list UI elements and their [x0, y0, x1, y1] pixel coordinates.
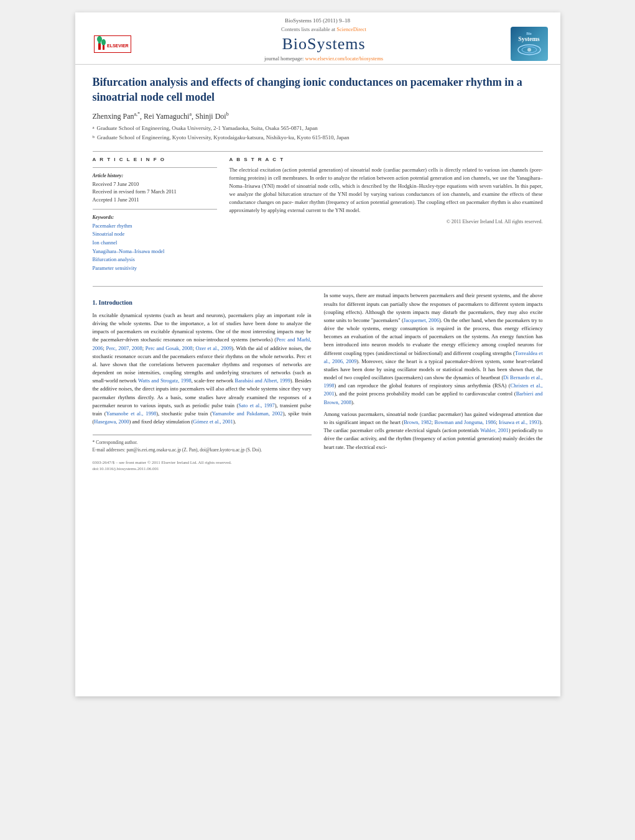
biosystems-logo: Bio Systems [511, 27, 548, 61]
elsevier-logo: ELSEVIER [88, 35, 137, 53]
abstract-title: A B S T R A C T [229, 157, 543, 162]
keyword-2: Sinoatrial node [93, 230, 217, 239]
ref-barabasi[interactable]: Barabási and Albert, 1999 [235, 377, 290, 384]
ref-sato[interactable]: Sato et al., 1997 [238, 402, 275, 408]
ref-gomez[interactable]: Gómez et al., 2001 [193, 418, 233, 425]
footnotes: * Corresponding author. E-mail addresses… [93, 435, 312, 453]
journal-homepage: journal homepage: www.elsevier.com/locat… [137, 55, 511, 62]
ref-perc-gosak[interactable]: Perc and Gosak, 2008 [146, 345, 193, 351]
abstract-col: A B S T R A C T The electrical excitatio… [229, 157, 543, 278]
ref-hasegawa[interactable]: Hasegawa, 2000 [94, 418, 129, 425]
body-col-right: In some ways, there are mutual impacts b… [324, 292, 543, 472]
biosystems-logo-main-text: Systems [518, 35, 539, 42]
abstract-text: The electrical excitation (action potent… [229, 166, 543, 215]
journal-header: BioSystems 105 (2011) 9–18 ELSEVIER [75, 12, 560, 65]
ref-perc-2007[interactable]: Perc, 2007, 2008 [106, 345, 142, 351]
divider-info [93, 167, 217, 168]
svg-point-5 [101, 39, 106, 45]
keyword-4: Yanagihara–Noma–Irisawa model [93, 247, 217, 256]
keyword-6: Parameter sensitivity [93, 264, 217, 273]
info-abstract-section: A R T I C L E I N F O Article history: R… [93, 157, 543, 278]
keywords-section: Keywords: Pacemaker rhythm Sinoatrial no… [93, 215, 217, 273]
body-col-left: 1. Introduction In excitable dynamical s… [93, 292, 312, 472]
issn-text: 0303-2647/$ – see front matter © 2011 El… [93, 459, 312, 466]
accepted-date: Accepted 1 June 2011 [93, 196, 217, 204]
received-date: Received 7 June 2010 [93, 180, 217, 188]
article-page: BioSystems 105 (2011) 9–18 ELSEVIER [75, 12, 560, 696]
intro-para-1: In excitable dynamical systems (such as … [93, 312, 312, 426]
revised-date: Received in revised form 7 March 2011 [93, 188, 217, 196]
divider-body [93, 286, 543, 287]
affiliations: a Graduate School of Engineering, Osaka … [93, 124, 543, 142]
intro-heading: 1. Introduction [93, 298, 312, 308]
authors: Zhenxing Pana,*, Rei Yamaguchia, Shinji … [93, 111, 543, 121]
journal-center: Contents lists available at ScienceDirec… [137, 26, 511, 62]
sciencedirect-link[interactable]: ScienceDirect [336, 26, 366, 32]
affiliation-a: a Graduate School of Engineering, Osaka … [93, 124, 543, 133]
article-history: Article history: Received 7 June 2010 Re… [93, 173, 217, 204]
homepage-link[interactable]: www.elsevier.com/locate/biosystems [305, 55, 384, 62]
ref-christen[interactable]: Christen et al., 2001 [324, 382, 543, 397]
copyright-text: © 2011 Elsevier Ireland Ltd. All rights … [229, 219, 543, 224]
ref-yamanobe-pak[interactable]: Yamanobe and Pakdaman, 2002 [212, 410, 283, 417]
and-examine-text: and examine [473, 191, 500, 197]
keyword-3: Ion channel [93, 239, 217, 247]
history-title: Article history: [93, 173, 217, 178]
ref-torrealdea[interactable]: Torrealdea et al., 2006, 2009 [324, 350, 543, 364]
journal-name: BioSystems [137, 35, 511, 53]
ref-brown[interactable]: Brown, 1982 [404, 419, 432, 425]
ref-irisawa[interactable]: Irisawa et al., 1993 [499, 419, 540, 425]
corresponding-note: * Corresponding author. [93, 439, 312, 446]
svg-point-9 [527, 48, 531, 52]
divider-keywords [93, 209, 217, 210]
keyword-1: Pacemaker rhythm [93, 222, 217, 231]
ref-wahler[interactable]: Wahler, 2001 [480, 427, 509, 433]
doi-text: doi:10.1016/j.biosystems.2011.06.001 [93, 466, 312, 473]
affiliation-b: b Graduate School of Engineering, Kyoto … [93, 134, 543, 142]
intro-para-3: Among various pacemakers, sinoatrial nod… [324, 410, 543, 451]
svg-rect-4 [103, 45, 104, 50]
svg-text:ELSEVIER: ELSEVIER [107, 44, 129, 48]
body-section: 1. Introduction In excitable dynamical s… [93, 292, 543, 472]
email-note: E-mail addresses: pan@is.eei.eng.osaka-u… [93, 446, 312, 453]
keywords-title: Keywords: [93, 215, 217, 220]
article-content: Bifurcation analysis and effects of chan… [75, 65, 560, 482]
ref-jacquemet[interactable]: Jacquemet, 2006 [404, 317, 439, 323]
elsevier-logo-img: ELSEVIER [94, 35, 131, 53]
keyword-5: Bifurcation analysis [93, 256, 217, 264]
ref-ozer[interactable]: Ozer et al., 2009 [196, 345, 232, 351]
ref-yamanobe[interactable]: Yamanobe et al., 1998 [106, 410, 157, 417]
footer-info: 0303-2647/$ – see front matter © 2011 El… [93, 459, 312, 473]
journal-header-main: ELSEVIER Contents lists available at Sci… [88, 26, 548, 62]
volume-info: BioSystems 105 (2011) 9–18 [88, 17, 548, 24]
ref-bowman[interactable]: Bowman and Jongsma, 1986 [434, 419, 496, 425]
article-info-col: A R T I C L E I N F O Article history: R… [93, 157, 217, 278]
sciencedirect-line: Contents lists available at ScienceDirec… [137, 26, 511, 32]
divider-top [93, 151, 543, 152]
keywords-list: Pacemaker rhythm Sinoatrial node Ion cha… [93, 222, 217, 273]
ref-barbieri[interactable]: Barbieri and Brown, 2008 [324, 390, 543, 405]
svg-point-3 [97, 36, 102, 42]
ref-watts[interactable]: Watts and Strogatz, 1998 [138, 377, 192, 384]
article-info-title: A R T I C L E I N F O [93, 157, 217, 162]
intro-para-2: In some ways, there are mutual impacts b… [324, 292, 543, 406]
article-title: Bifurcation analysis and effects of chan… [93, 75, 543, 105]
